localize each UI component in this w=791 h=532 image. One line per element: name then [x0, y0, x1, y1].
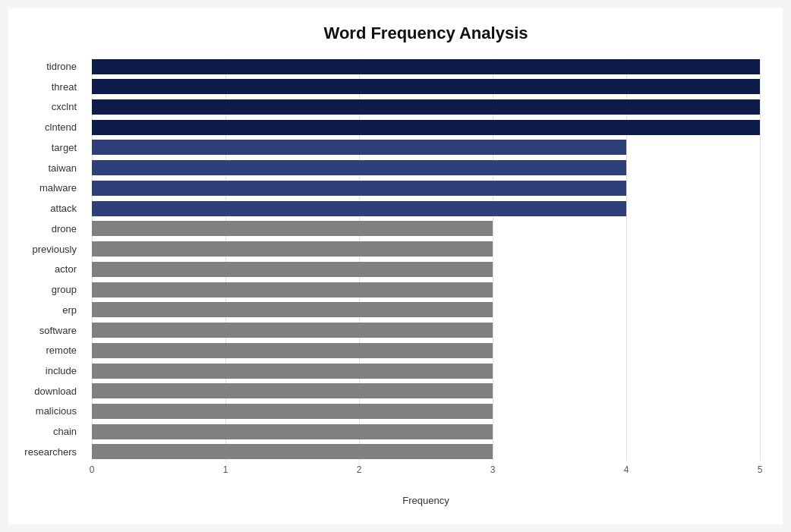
bar-fill — [92, 140, 626, 155]
bar-label: previously — [8, 244, 84, 255]
bar-fill — [92, 444, 493, 459]
bar-wrapper — [92, 201, 760, 216]
bar-fill — [92, 201, 626, 216]
bar-fill — [92, 383, 493, 398]
bar-wrapper — [92, 302, 760, 317]
bar-label: malware — [8, 182, 84, 194]
bar-wrapper — [92, 241, 760, 257]
bar-wrapper — [92, 221, 760, 236]
bar-fill — [92, 160, 626, 175]
bar-label: erp — [8, 304, 84, 316]
grid-line — [760, 58, 761, 461]
chart-inner: tidronethreatcxclntclntendtargettaiwanma… — [92, 58, 760, 499]
bar-wrapper — [92, 99, 760, 115]
bar-fill — [92, 79, 760, 94]
bar-fill — [92, 404, 493, 419]
bar-fill — [92, 343, 493, 358]
x-axis-label: Frequency — [402, 495, 449, 506]
chart-container: Word Frequency Analysis tidronethreatcxc… — [8, 8, 783, 524]
bar-wrapper — [92, 120, 760, 135]
bar-fill — [92, 99, 760, 115]
bar-label: group — [8, 284, 84, 295]
bar-row: attack — [92, 200, 760, 217]
bar-row: target — [92, 139, 760, 156]
bar-row: drone — [92, 220, 760, 237]
bar-label: researchers — [8, 446, 84, 458]
bar-fill — [92, 59, 760, 74]
chart-area: tidronethreatcxclntclntendtargettaiwanma… — [92, 58, 760, 483]
bar-label: software — [8, 325, 84, 336]
bar-label: malicious — [8, 405, 84, 417]
bar-label: taiwan — [8, 162, 84, 174]
bar-label: clntend — [8, 121, 84, 133]
bar-label: drone — [8, 223, 84, 235]
bar-wrapper — [92, 323, 760, 338]
bar-wrapper — [92, 79, 760, 94]
bar-fill — [92, 221, 493, 236]
bar-label: include — [8, 365, 84, 376]
bars-container: tidronethreatcxclntclntendtargettaiwanma… — [92, 58, 760, 461]
bar-fill — [92, 282, 493, 297]
bar-wrapper — [92, 383, 760, 398]
bar-row: cxclnt — [92, 99, 760, 115]
x-tick: 2 — [357, 464, 362, 475]
bar-fill — [92, 302, 493, 317]
bar-wrapper — [92, 282, 760, 297]
bar-fill — [92, 323, 493, 338]
bar-wrapper — [92, 424, 760, 439]
bar-row: malware — [92, 180, 760, 197]
bar-label: actor — [8, 263, 84, 275]
bar-fill — [92, 424, 493, 439]
bar-row: previously — [92, 241, 760, 257]
bar-row: include — [92, 363, 760, 379]
bar-fill — [92, 262, 493, 277]
bar-label: tidrone — [8, 61, 84, 72]
bar-row: malicious — [92, 403, 760, 420]
bar-row: clntend — [92, 119, 760, 136]
bar-row: software — [92, 322, 760, 338]
bar-wrapper — [92, 140, 760, 155]
bar-wrapper — [92, 343, 760, 358]
bar-fill — [92, 120, 760, 135]
bar-label: download — [8, 386, 84, 397]
bar-row: researchers — [92, 443, 760, 460]
bar-row: taiwan — [92, 159, 760, 176]
x-tick: 3 — [490, 464, 496, 475]
bar-label: remote — [8, 345, 84, 356]
bar-label: attack — [8, 203, 84, 214]
bar-label: chain — [8, 426, 84, 437]
x-tick: 4 — [624, 464, 629, 475]
bar-row: erp — [92, 301, 760, 318]
bar-label: threat — [8, 81, 84, 93]
bar-row: tidrone — [92, 58, 760, 75]
bar-wrapper — [92, 404, 760, 419]
bar-row: threat — [92, 78, 760, 95]
x-tick: 0 — [90, 464, 95, 475]
bar-fill — [92, 181, 626, 196]
bar-row: remote — [92, 342, 760, 359]
bar-row: group — [92, 282, 760, 298]
bar-wrapper — [92, 262, 760, 277]
bar-row: actor — [92, 261, 760, 278]
bar-fill — [92, 364, 493, 379]
bar-wrapper — [92, 444, 760, 459]
bar-wrapper — [92, 160, 760, 175]
bar-label: target — [8, 142, 84, 153]
x-axis: Frequency 012345 — [92, 461, 760, 483]
bar-wrapper — [92, 59, 760, 74]
chart-title: Word Frequency Analysis — [92, 24, 760, 43]
x-tick: 1 — [223, 464, 228, 475]
bar-row: download — [92, 382, 760, 399]
bar-wrapper — [92, 364, 760, 379]
bar-wrapper — [92, 181, 760, 196]
bar-row: chain — [92, 423, 760, 440]
x-tick: 5 — [758, 464, 763, 475]
bar-label: cxclnt — [8, 101, 84, 112]
bar-fill — [92, 241, 493, 257]
